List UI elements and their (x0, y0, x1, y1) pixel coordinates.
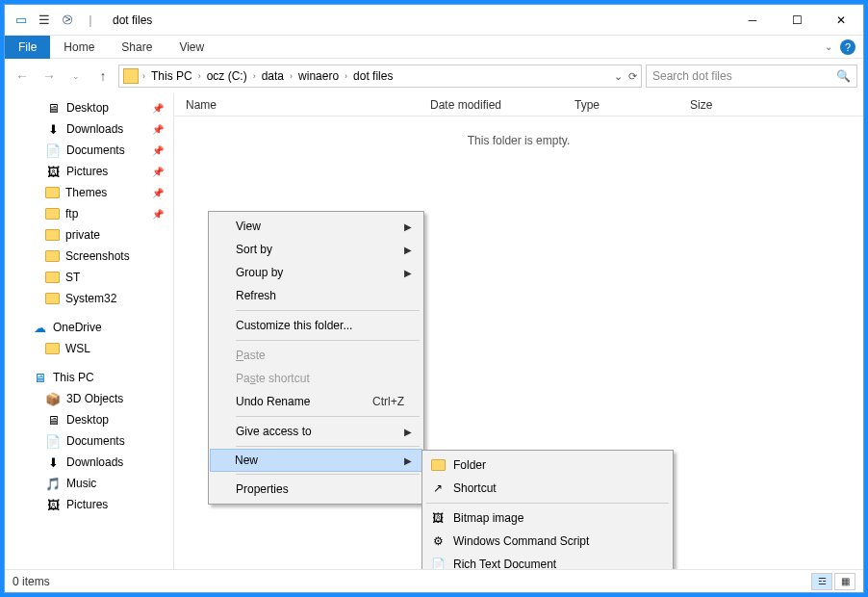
new-submenu-item[interactable]: Folder (424, 454, 671, 477)
qat-powershell-icon[interactable]: ⧁ (57, 10, 78, 31)
forward-button[interactable]: → (38, 65, 61, 88)
refresh-icon[interactable]: ⟳ (628, 70, 637, 83)
onedrive-icon: ☁ (32, 320, 47, 335)
sidebar-item[interactable]: ftp📌 (5, 203, 173, 224)
pictures-icon: 🖼 (45, 164, 61, 179)
new-submenu-item[interactable]: 📄Rich Text Document (424, 553, 671, 569)
sidebar-thispc[interactable]: 🖥This PC (5, 367, 173, 388)
context-menu-item[interactable]: Refresh (211, 284, 421, 307)
sidebar-item[interactable]: 🎵Music (5, 473, 173, 494)
address-dropdown-icon[interactable]: ⌄ (614, 70, 623, 83)
new-submenu-item[interactable]: ⚙Windows Command Script (424, 530, 671, 553)
context-menu-item[interactable]: Customize this folder... (211, 314, 421, 337)
qat-divider: | (80, 10, 101, 31)
ribbon-expand-icon[interactable]: ⌄ (825, 41, 832, 52)
context-menu-item[interactable]: Sort by▶ (211, 238, 421, 261)
folder-icon (123, 68, 139, 84)
context-menu-item[interactable]: Group by▶ (211, 261, 421, 284)
column-headers[interactable]: Name Date modified Type Size (174, 93, 863, 117)
up-button[interactable]: ↑ (91, 65, 115, 88)
nav-pane[interactable]: 🖥Desktop📌⬇Downloads📌📄Documents📌🖼Pictures… (5, 93, 174, 569)
sidebar-item[interactable]: 🖼Pictures (5, 494, 173, 515)
sidebar-item[interactable]: ST (5, 267, 173, 288)
pin-icon: 📌 (152, 103, 164, 114)
pictures-icon: 🖼 (45, 497, 61, 512)
maximize-button[interactable]: ☐ (775, 6, 819, 35)
sidebar-item[interactable]: 🖼Pictures📌 (5, 161, 173, 182)
sidebar-item[interactable]: Screenshots (5, 246, 173, 267)
explorer-window: ▭ ☰ ⧁ | dot files ─ ☐ ✕ File Home Share … (4, 4, 864, 593)
col-date[interactable]: Date modified (419, 98, 563, 112)
context-menu-item[interactable]: View▶ (211, 215, 421, 238)
pc-icon: 🖥 (32, 370, 47, 385)
ribbon-tabs: File Home Share View ⌄ ? (5, 36, 863, 59)
folder-icon (430, 457, 446, 473)
help-icon[interactable]: ? (840, 39, 855, 55)
file-tab[interactable]: File (5, 36, 50, 59)
cmd-icon: ⚙ (430, 533, 446, 549)
col-name[interactable]: Name (174, 98, 419, 112)
folder-icon (45, 187, 60, 198)
col-type[interactable]: Type (563, 98, 678, 112)
sidebar-item[interactable]: 🖥Desktop (5, 409, 173, 430)
submenu-arrow-icon: ▶ (404, 221, 412, 232)
sidebar-item[interactable]: 🖥Desktop📌 (5, 97, 173, 118)
col-size[interactable]: Size (678, 98, 765, 112)
desktop-icon: 🖥 (45, 412, 61, 428)
share-tab[interactable]: Share (108, 37, 166, 58)
sidebar-wsl[interactable]: WSL (5, 338, 173, 359)
thumbnails-view-button[interactable]: ▦ (834, 573, 855, 590)
recent-dropdown[interactable]: ⌄ (64, 65, 88, 88)
sidebar-item[interactable]: private (5, 224, 173, 246)
home-tab[interactable]: Home (50, 37, 108, 58)
new-submenu[interactable]: Folder↗Shortcut🖼Bitmap image⚙Windows Com… (421, 450, 674, 569)
sidebar-onedrive[interactable]: ☁OneDrive (5, 317, 173, 338)
sidebar-item[interactable]: 📄Documents (5, 430, 173, 452)
breadcrumb-item[interactable]: winaero (296, 69, 341, 83)
sidebar-item[interactable]: ⬇Downloads📌 (5, 118, 173, 140)
documents-icon: 📄 (45, 143, 61, 158)
context-menu-item: Paste shortcut (211, 367, 421, 390)
context-menu-item[interactable]: Properties (211, 478, 421, 501)
sidebar-item[interactable]: System32 (5, 288, 173, 309)
folder-icon (45, 229, 60, 241)
sidebar-item[interactable]: 📦3D Objects (5, 388, 173, 409)
context-menu[interactable]: View▶Sort by▶Group by▶RefreshCustomize t… (208, 211, 424, 505)
new-submenu-item[interactable]: 🖼Bitmap image (424, 506, 671, 530)
breadcrumb-item[interactable]: data (260, 69, 286, 83)
sidebar-item[interactable]: Themes📌 (5, 182, 173, 203)
pin-icon: 📌 (152, 145, 164, 156)
breadcrumb-item[interactable]: This PC (149, 69, 194, 83)
close-button[interactable]: ✕ (819, 6, 863, 35)
new-submenu-item[interactable]: ↗Shortcut (424, 477, 671, 500)
search-icon: 🔍 (836, 69, 851, 83)
pin-icon: 📌 (152, 209, 164, 220)
bitmap-icon: 🖼 (430, 510, 446, 526)
rtf-icon: 📄 (430, 557, 446, 569)
details-view-button[interactable]: ☲ (811, 573, 832, 590)
context-menu-item[interactable]: Undo RenameCtrl+Z (211, 390, 421, 413)
back-button[interactable]: ← (11, 65, 34, 88)
titlebar: ▭ ☰ ⧁ | dot files ─ ☐ ✕ (5, 5, 863, 36)
sidebar-item[interactable]: ⬇Downloads (5, 452, 173, 473)
app-icon: ▭ (11, 10, 32, 31)
folder-icon (45, 272, 60, 283)
context-menu-item[interactable]: Give access to▶ (211, 420, 421, 443)
folder-icon (45, 250, 60, 262)
breadcrumb-item[interactable]: dot files (351, 69, 395, 83)
nav-toolbar: ← → ⌄ ↑ › This PC › ocz (C:) › data › wi… (5, 59, 863, 93)
context-menu-item[interactable]: New▶ (210, 449, 422, 472)
desktop-icon: 🖥 (45, 100, 61, 116)
address-bar[interactable]: › This PC › ocz (C:) › data › winaero › … (118, 65, 642, 88)
downloads-icon: ⬇ (45, 121, 61, 137)
item-count: 0 items (13, 575, 50, 588)
content-area: 🖥Desktop📌⬇Downloads📌📄Documents📌🖼Pictures… (5, 93, 863, 569)
minimize-button[interactable]: ─ (730, 6, 775, 35)
breadcrumb-item[interactable]: ocz (C:) (205, 69, 249, 83)
search-input[interactable]: Search dot files 🔍 (646, 65, 857, 88)
sidebar-item[interactable]: 📄Documents📌 (5, 140, 173, 161)
qat-properties-icon[interactable]: ☰ (34, 10, 55, 31)
view-tab[interactable]: View (166, 37, 217, 58)
music-icon: 🎵 (45, 476, 61, 491)
status-bar: 0 items ☲ ▦ (5, 569, 863, 592)
